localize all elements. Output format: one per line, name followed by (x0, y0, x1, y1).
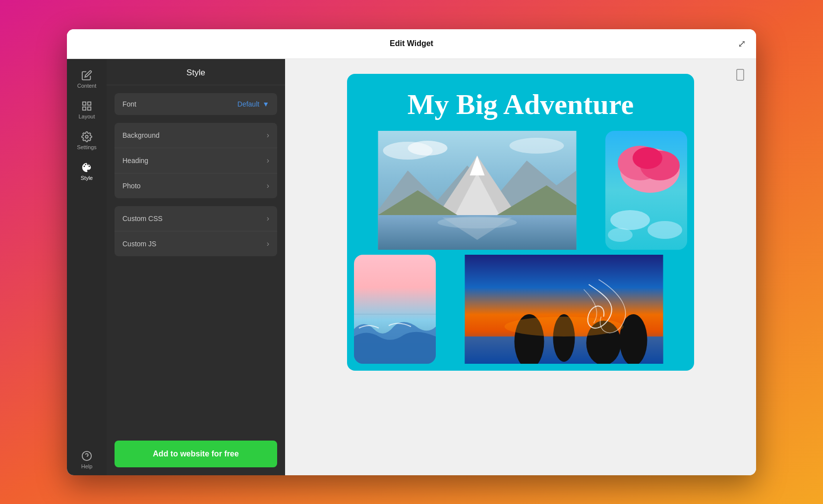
custom-css-label: Custom CSS (122, 215, 163, 223)
font-label: Font (122, 100, 136, 108)
main-body: Content Layout Settings (67, 59, 756, 475)
window-title: Edit Widget (390, 39, 433, 48)
svg-rect-1 (88, 102, 91, 105)
palette-icon (81, 162, 92, 173)
heading-chevron-icon: › (267, 156, 269, 165)
sidebar-item-content[interactable]: Content (67, 64, 107, 95)
sidebar-item-layout[interactable]: Layout (67, 95, 107, 125)
custom-js-label: Custom JS (122, 240, 156, 248)
svg-rect-2 (88, 107, 91, 110)
title-bar: Edit Widget ⤢ (67, 29, 756, 59)
photo-chevron-icon: › (267, 181, 269, 190)
icon-sidebar: Content Layout Settings (67, 59, 107, 475)
svg-rect-3 (83, 107, 86, 110)
layout-icon (81, 101, 92, 112)
add-button-container: Add to website for free (107, 433, 285, 475)
custom-js-chevron-icon: › (267, 239, 269, 248)
widget-title: My Big Adventure (347, 74, 694, 131)
svg-point-11 (408, 141, 448, 156)
style-sections-group1: Background › Heading › Photo › (115, 123, 277, 198)
widget-preview: My Big Adventure (347, 74, 694, 371)
add-to-website-button[interactable]: Add to website for free (115, 441, 277, 467)
ocean-photo-image (354, 255, 436, 364)
heading-section[interactable]: Heading › (115, 148, 277, 173)
style-panel-title: Style (107, 59, 285, 85)
custom-js-section[interactable]: Custom JS › (115, 231, 277, 256)
chevron-down-icon: ▼ (262, 100, 269, 108)
svg-point-27 (610, 210, 650, 230)
sidebar-help-label: Help (81, 463, 93, 469)
svg-point-12 (510, 138, 564, 154)
svg-point-29 (608, 228, 633, 242)
photo-ocean (354, 255, 436, 364)
photo-rocks (441, 255, 687, 364)
style-panel: Style Font Default ▼ Background › (107, 59, 285, 475)
svg-rect-7 (737, 69, 744, 80)
svg-point-28 (647, 221, 682, 239)
gear-icon (81, 131, 92, 142)
font-value-text: Default (237, 100, 259, 108)
help-icon (81, 450, 92, 461)
photo-mountain (354, 131, 600, 250)
sidebar-item-help[interactable]: Help (67, 445, 107, 475)
photo-clouds (605, 131, 687, 250)
sidebar-style-label: Style (81, 175, 93, 181)
svg-point-38 (505, 317, 624, 336)
pencil-icon (81, 70, 92, 81)
svg-point-4 (85, 135, 88, 138)
rocks-photo-image (441, 255, 687, 364)
font-dropdown[interactable]: Default ▼ (237, 100, 269, 108)
style-panel-content: Font Default ▼ Background › Heading › (107, 85, 285, 433)
preview-area: My Big Adventure (285, 59, 756, 475)
sidebar-item-settings[interactable]: Settings (67, 125, 107, 156)
svg-point-26 (633, 147, 662, 169)
background-section[interactable]: Background › (115, 123, 277, 148)
sidebar-content-label: Content (77, 83, 97, 89)
svg-rect-0 (83, 102, 86, 105)
background-chevron-icon: › (267, 131, 269, 140)
custom-css-section[interactable]: Custom CSS › (115, 206, 277, 231)
clouds-photo-image (605, 131, 687, 250)
sidebar-item-style[interactable]: Style (67, 156, 107, 187)
mobile-preview-icon[interactable] (734, 69, 746, 84)
style-sections-group2: Custom CSS › Custom JS › (115, 206, 277, 256)
mountain-photo-image (354, 131, 600, 250)
heading-label: Heading (122, 157, 148, 165)
font-row[interactable]: Font Default ▼ (115, 93, 277, 115)
app-window: Edit Widget ⤢ Content Layout (67, 29, 756, 475)
custom-css-chevron-icon: › (267, 214, 269, 223)
expand-icon[interactable]: ⤢ (738, 38, 746, 50)
background-label: Background (122, 131, 160, 139)
sidebar-settings-label: Settings (77, 144, 97, 150)
sidebar-layout-label: Layout (78, 113, 95, 119)
photo-section[interactable]: Photo › (115, 173, 277, 198)
photo-label: Photo (122, 182, 141, 190)
